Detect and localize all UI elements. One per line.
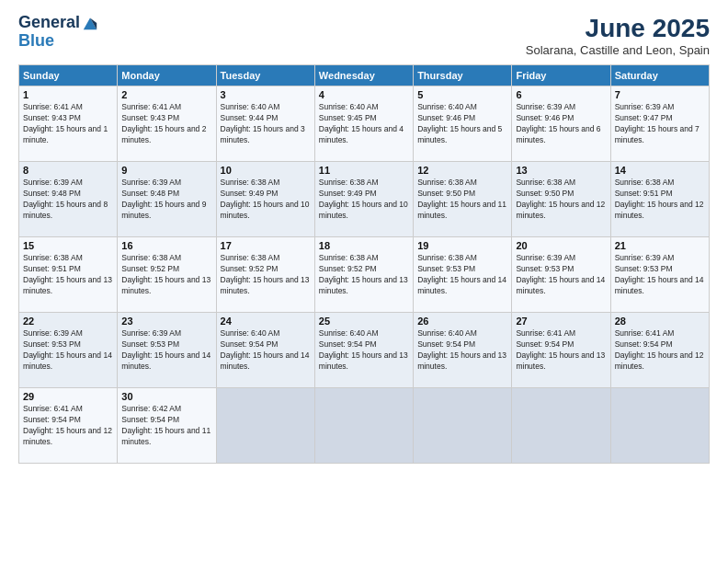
day-info: Sunrise: 6:38 AMSunset: 9:51 PMDaylight:… [615, 178, 705, 222]
calendar-cell [314, 388, 413, 464]
calendar-week-4: 22Sunrise: 6:39 AMSunset: 9:53 PMDayligh… [19, 313, 710, 388]
calendar-header-tuesday: Tuesday [216, 65, 314, 86]
calendar-week-1: 1Sunrise: 6:41 AMSunset: 9:43 PMDaylight… [19, 86, 710, 162]
calendar-header-wednesday: Wednesday [314, 65, 413, 86]
calendar-body: 1Sunrise: 6:41 AMSunset: 9:43 PMDaylight… [19, 86, 710, 464]
calendar: SundayMondayTuesdayWednesdayThursdayFrid… [18, 64, 710, 464]
logo: General Blue [18, 14, 98, 51]
day-info: Sunrise: 6:39 AMSunset: 9:53 PMDaylight:… [121, 328, 211, 373]
title-block: June 2025 Solarana, Castille and Leon, S… [526, 14, 710, 57]
calendar-cell: 15Sunrise: 6:38 AMSunset: 9:51 PMDayligh… [19, 237, 118, 313]
calendar-header-thursday: Thursday [414, 65, 512, 86]
day-info: Sunrise: 6:41 AMSunset: 9:54 PMDaylight:… [516, 328, 606, 373]
day-number: 29 [23, 391, 113, 402]
calendar-cell: 25Sunrise: 6:40 AMSunset: 9:54 PMDayligh… [314, 313, 413, 388]
calendar-cell: 9Sunrise: 6:39 AMSunset: 9:48 PMDaylight… [118, 162, 216, 237]
day-info: Sunrise: 6:38 AMSunset: 9:50 PMDaylight:… [417, 178, 507, 222]
calendar-cell: 8Sunrise: 6:39 AMSunset: 9:48 PMDaylight… [19, 162, 118, 237]
day-number: 24 [221, 316, 311, 327]
calendar-cell: 7Sunrise: 6:39 AMSunset: 9:47 PMDaylight… [610, 86, 709, 162]
calendar-cell: 21Sunrise: 6:39 AMSunset: 9:53 PMDayligh… [610, 237, 709, 313]
day-info: Sunrise: 6:39 AMSunset: 9:48 PMDaylight:… [121, 178, 211, 222]
day-number: 9 [121, 165, 211, 176]
calendar-cell: 20Sunrise: 6:39 AMSunset: 9:53 PMDayligh… [512, 237, 610, 313]
day-number: 10 [221, 165, 311, 176]
calendar-cell: 5Sunrise: 6:40 AMSunset: 9:46 PMDaylight… [414, 86, 512, 162]
calendar-cell [414, 388, 512, 464]
calendar-cell: 4Sunrise: 6:40 AMSunset: 9:45 PMDaylight… [314, 86, 413, 162]
day-number: 19 [417, 240, 507, 251]
day-number: 26 [417, 316, 507, 327]
day-number: 17 [221, 240, 311, 251]
day-info: Sunrise: 6:40 AMSunset: 9:44 PMDaylight:… [221, 102, 311, 146]
day-number: 5 [417, 89, 507, 100]
day-info: Sunrise: 6:39 AMSunset: 9:53 PMDaylight:… [516, 253, 606, 297]
calendar-cell [512, 388, 610, 464]
calendar-header-saturday: Saturday [610, 65, 709, 86]
day-number: 6 [516, 89, 606, 100]
calendar-cell: 24Sunrise: 6:40 AMSunset: 9:54 PMDayligh… [216, 313, 314, 388]
day-number: 14 [615, 165, 705, 176]
day-info: Sunrise: 6:41 AMSunset: 9:54 PMDaylight:… [23, 404, 113, 448]
day-number: 12 [417, 165, 507, 176]
day-number: 16 [121, 240, 211, 251]
day-number: 20 [516, 240, 606, 251]
day-number: 4 [319, 89, 409, 100]
calendar-cell: 17Sunrise: 6:38 AMSunset: 9:52 PMDayligh… [216, 237, 314, 313]
calendar-header-row: SundayMondayTuesdayWednesdayThursdayFrid… [19, 65, 710, 86]
calendar-header-sunday: Sunday [19, 65, 118, 86]
calendar-cell: 18Sunrise: 6:38 AMSunset: 9:52 PMDayligh… [314, 237, 413, 313]
day-number: 28 [615, 316, 705, 327]
day-number: 7 [615, 89, 705, 100]
subtitle: Solarana, Castille and Leon, Spain [526, 43, 710, 57]
day-info: Sunrise: 6:38 AMSunset: 9:52 PMDaylight:… [319, 253, 409, 297]
day-info: Sunrise: 6:38 AMSunset: 9:51 PMDaylight:… [23, 253, 113, 297]
day-info: Sunrise: 6:38 AMSunset: 9:53 PMDaylight:… [417, 253, 507, 297]
day-info: Sunrise: 6:39 AMSunset: 9:46 PMDaylight:… [516, 102, 606, 146]
calendar-week-5: 29Sunrise: 6:41 AMSunset: 9:54 PMDayligh… [19, 388, 710, 464]
calendar-cell: 6Sunrise: 6:39 AMSunset: 9:46 PMDaylight… [512, 86, 610, 162]
calendar-cell: 13Sunrise: 6:38 AMSunset: 9:50 PMDayligh… [512, 162, 610, 237]
day-info: Sunrise: 6:41 AMSunset: 9:43 PMDaylight:… [23, 102, 113, 146]
day-info: Sunrise: 6:39 AMSunset: 9:48 PMDaylight:… [23, 178, 113, 222]
calendar-cell [610, 388, 709, 464]
calendar-cell: 29Sunrise: 6:41 AMSunset: 9:54 PMDayligh… [19, 388, 118, 464]
main-title: June 2025 [526, 14, 710, 43]
calendar-cell: 14Sunrise: 6:38 AMSunset: 9:51 PMDayligh… [610, 162, 709, 237]
day-number: 2 [121, 89, 211, 100]
calendar-cell: 23Sunrise: 6:39 AMSunset: 9:53 PMDayligh… [118, 313, 216, 388]
calendar-header-friday: Friday [512, 65, 610, 86]
day-info: Sunrise: 6:40 AMSunset: 9:46 PMDaylight:… [417, 102, 507, 146]
day-info: Sunrise: 6:42 AMSunset: 9:54 PMDaylight:… [121, 404, 211, 448]
day-info: Sunrise: 6:41 AMSunset: 9:54 PMDaylight:… [615, 328, 705, 373]
calendar-cell: 1Sunrise: 6:41 AMSunset: 9:43 PMDaylight… [19, 86, 118, 162]
day-info: Sunrise: 6:39 AMSunset: 9:53 PMDaylight:… [23, 328, 113, 373]
calendar-cell [216, 388, 314, 464]
day-number: 22 [23, 316, 113, 327]
calendar-cell: 26Sunrise: 6:40 AMSunset: 9:54 PMDayligh… [414, 313, 512, 388]
calendar-cell: 30Sunrise: 6:42 AMSunset: 9:54 PMDayligh… [118, 388, 216, 464]
logo-text-line2: Blue [18, 32, 98, 51]
day-info: Sunrise: 6:40 AMSunset: 9:45 PMDaylight:… [319, 102, 409, 146]
day-info: Sunrise: 6:41 AMSunset: 9:43 PMDaylight:… [121, 102, 211, 146]
day-info: Sunrise: 6:39 AMSunset: 9:53 PMDaylight:… [615, 253, 705, 297]
day-info: Sunrise: 6:39 AMSunset: 9:47 PMDaylight:… [615, 102, 705, 146]
calendar-cell: 2Sunrise: 6:41 AMSunset: 9:43 PMDaylight… [118, 86, 216, 162]
calendar-cell: 12Sunrise: 6:38 AMSunset: 9:50 PMDayligh… [414, 162, 512, 237]
day-number: 15 [23, 240, 113, 251]
day-number: 3 [221, 89, 311, 100]
day-info: Sunrise: 6:38 AMSunset: 9:52 PMDaylight:… [221, 253, 311, 297]
day-number: 13 [516, 165, 606, 176]
day-number: 1 [23, 89, 113, 100]
calendar-cell: 22Sunrise: 6:39 AMSunset: 9:53 PMDayligh… [19, 313, 118, 388]
header: General Blue June 2025 Solarana, Castill… [18, 14, 710, 57]
day-info: Sunrise: 6:40 AMSunset: 9:54 PMDaylight:… [221, 328, 311, 373]
calendar-cell: 11Sunrise: 6:38 AMSunset: 9:49 PMDayligh… [314, 162, 413, 237]
calendar-cell: 19Sunrise: 6:38 AMSunset: 9:53 PMDayligh… [414, 237, 512, 313]
calendar-cell: 28Sunrise: 6:41 AMSunset: 9:54 PMDayligh… [610, 313, 709, 388]
day-number: 25 [319, 316, 409, 327]
day-number: 18 [319, 240, 409, 251]
calendar-header-monday: Monday [118, 65, 216, 86]
logo-icon [82, 15, 98, 31]
day-number: 23 [121, 316, 211, 327]
